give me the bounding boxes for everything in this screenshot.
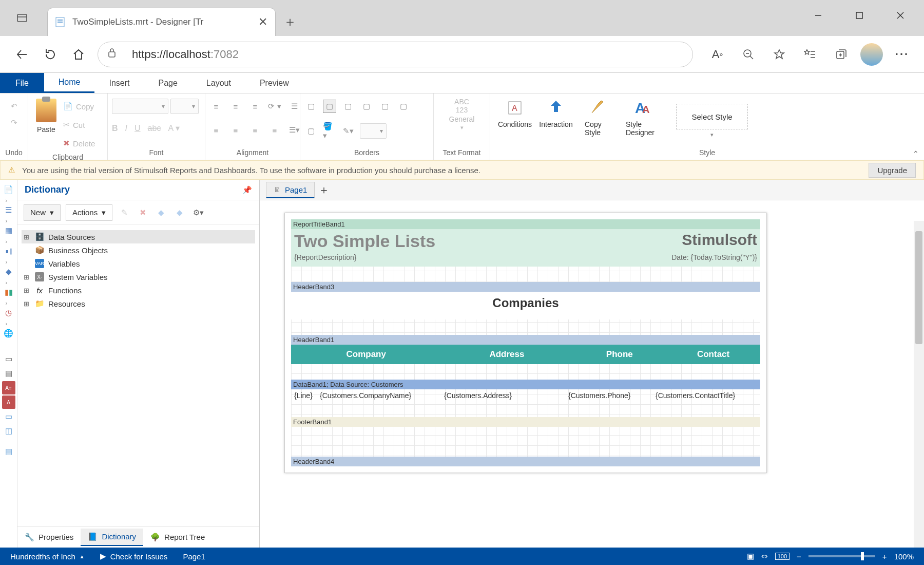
add-page-button[interactable]: ＋ (315, 182, 333, 198)
data-contact-field[interactable]: {Customers.ContactTitle} (653, 391, 759, 400)
tool-barcode-icon[interactable]: ∎∥ (2, 244, 15, 258)
profile-avatar[interactable] (857, 40, 886, 68)
tab-home[interactable]: Home (44, 73, 95, 93)
page-tab-1[interactable]: 🗎Page1 (266, 182, 315, 198)
home-button[interactable] (64, 40, 92, 68)
up-icon[interactable]: ◆ (155, 206, 168, 219)
report-title-text[interactable]: Two Simple Lists (294, 231, 435, 251)
border-bottom-icon[interactable]: ▢ (397, 100, 410, 113)
italic-button[interactable]: I (125, 124, 127, 133)
strike-button[interactable]: abc (148, 124, 161, 133)
align-middle-icon[interactable]: ≡ (229, 100, 242, 113)
tool-gauge-icon[interactable]: ◷ (2, 306, 15, 319)
footer-tab-reporttree[interactable]: 🌳 Report Tree (143, 529, 212, 546)
tab-preview[interactable]: Preview (245, 73, 303, 93)
report-description-field[interactable]: {ReportDescription} (294, 253, 356, 261)
footer-band-1[interactable]: FooterBand1 (291, 417, 760, 427)
tool-clone-icon[interactable]: ◫ (2, 424, 15, 438)
new-dropdown[interactable]: New▾ (24, 204, 61, 221)
browser-tab[interactable]: TwoSimpleLists.mrt - Designer [Tr ✕ (47, 8, 276, 36)
col-contact[interactable]: Contact (666, 345, 760, 364)
refresh-button[interactable] (36, 40, 64, 68)
align-center-icon[interactable]: ≡ (229, 123, 242, 137)
down-icon[interactable]: ◆ (173, 206, 186, 219)
textformat-general[interactable]: General (449, 115, 475, 123)
tree-functions[interactable]: ⊞fxFunctions (22, 284, 255, 297)
data-band-header[interactable]: DataBand1; Data Source: Customers (291, 380, 760, 389)
style-designer-button[interactable]: AAStyle Designer (618, 99, 669, 137)
tab-layout[interactable]: Layout (192, 73, 245, 93)
vertical-scrollbar[interactable] (914, 221, 924, 548)
zoom-in-button[interactable]: + (882, 552, 887, 561)
companies-heading[interactable]: Companies (291, 296, 760, 310)
border-style-combo[interactable]: ▾ (360, 123, 387, 139)
tool-image-icon[interactable]: A (2, 396, 15, 409)
header-band-1[interactable]: HeaderBand1 (291, 335, 760, 345)
border-all-icon[interactable]: ▢ (304, 100, 318, 113)
tab-file[interactable]: File (0, 73, 44, 93)
tree-datasources[interactable]: ⊞🗄️Data Sources (22, 230, 255, 243)
zoom-out-button[interactable]: − (797, 552, 801, 561)
favorite-add-icon[interactable] (765, 40, 793, 68)
header-band-3[interactable]: HeaderBand3 (291, 282, 760, 292)
font-color-button[interactable]: A ▾ (168, 123, 179, 133)
tool-page-icon[interactable]: 📄 (2, 183, 15, 196)
address-bar[interactable]: https://localhost:7082 (98, 42, 693, 67)
tree-resources[interactable]: ⊞📁Resources (22, 297, 255, 310)
font-size-combo[interactable]: ▾ (170, 99, 199, 114)
border-left-icon[interactable]: ▢ (341, 100, 355, 113)
report-page[interactable]: ReportTitleBand1 Two Simple ListsStimuls… (284, 213, 767, 473)
align-bottom-icon[interactable]: ≡ (248, 100, 262, 113)
border-none-icon[interactable]: ▢ (323, 100, 336, 113)
tool-chart-icon[interactable]: ▮▮ (2, 286, 15, 299)
conditions-button[interactable]: AConditions (494, 99, 535, 128)
ribbon-collapse-icon[interactable]: ⌃ (913, 149, 919, 158)
tool-panel-icon[interactable]: ▭ (2, 410, 15, 423)
fill-color-icon[interactable]: 🪣▾ (323, 124, 336, 138)
tool-map-icon[interactable]: 🌐 (2, 327, 15, 340)
zoom-width-icon[interactable]: ⇔ (761, 552, 768, 561)
units-button[interactable]: Hundredths of Inch ▲ (10, 552, 85, 561)
col-company[interactable]: Company (291, 345, 441, 364)
border-color-icon[interactable]: ✎▾ (341, 124, 355, 138)
tab-insert[interactable]: Insert (94, 73, 144, 93)
undo-button[interactable]: ↶ (7, 100, 21, 113)
border-right-icon[interactable]: ▢ (378, 100, 392, 113)
actions-dropdown[interactable]: Actions▾ (66, 204, 112, 221)
zoom-100-icon[interactable]: 100 (775, 553, 790, 560)
data-address-field[interactable]: {Customers.Address} (442, 391, 566, 400)
underline-button[interactable]: U (134, 124, 141, 133)
zoom-out-icon[interactable] (734, 40, 762, 68)
brand-text[interactable]: Stimulsoft (682, 231, 757, 251)
cut-button[interactable]: ✂ Cut (60, 117, 98, 133)
upgrade-button[interactable]: Upgrade (869, 163, 916, 178)
align-justify-icon[interactable]: ≡ (268, 123, 281, 137)
delete-item-icon[interactable]: ✖ (136, 206, 149, 219)
design-canvas[interactable]: ReportTitleBand1 Two Simple ListsStimuls… (260, 200, 924, 548)
align-right-icon[interactable]: ≡ (248, 123, 262, 137)
tool-text-icon[interactable]: ▭ (2, 352, 15, 366)
tree-business[interactable]: 📦Business Objects (22, 243, 255, 257)
collections-icon[interactable] (826, 40, 855, 68)
new-tab-button[interactable]: ＋ (276, 8, 304, 36)
rotate-icon[interactable]: ⟳ ▾ (268, 100, 281, 113)
maximize-button[interactable] (839, 2, 880, 30)
tab-close-icon[interactable]: ✕ (257, 15, 269, 29)
align-left-icon[interactable]: ≡ (209, 123, 223, 137)
header-band-4[interactable]: HeaderBand4 (291, 457, 760, 466)
col-phone[interactable]: Phone (572, 345, 666, 364)
tool-subreport-icon[interactable]: ▤ (2, 445, 15, 458)
settings-gear-icon[interactable]: ⚙▾ (191, 206, 205, 219)
tool-cross-icon[interactable]: ▦ (2, 224, 15, 237)
select-style-button[interactable]: Select Style (676, 104, 748, 129)
report-date-field[interactable]: Date: {Today.ToString("Y")} (671, 253, 757, 261)
footer-tab-properties[interactable]: 🔧 Properties (17, 529, 81, 546)
data-phone-field[interactable]: {Customers.Phone} (566, 391, 653, 400)
tool-band-icon[interactable]: ☰ (2, 203, 15, 217)
copy-style-button[interactable]: Copy Style (576, 99, 618, 137)
copy-button[interactable]: 📄 Copy (60, 99, 98, 114)
indent-icon[interactable]: ☰▾ (287, 123, 301, 137)
tool-shape-icon[interactable]: ◆ (2, 265, 15, 278)
zoom-slider[interactable] (808, 555, 875, 557)
align-top-icon[interactable]: ≡ (209, 100, 223, 113)
